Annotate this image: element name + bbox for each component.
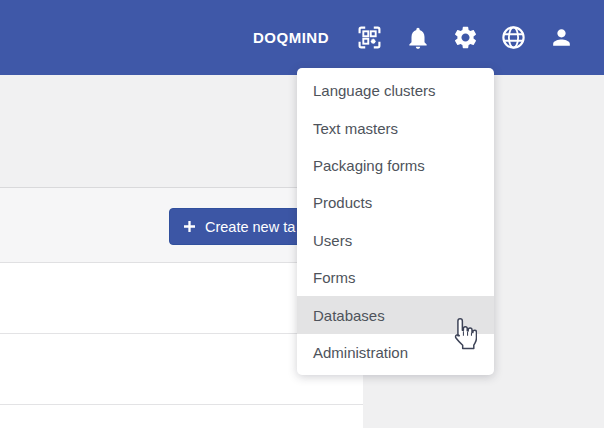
admin-dropdown-menu: Language clusters Text masters Packaging… bbox=[297, 68, 494, 375]
menu-item-databases[interactable]: Databases bbox=[297, 296, 494, 333]
table-row bbox=[0, 405, 363, 428]
top-nav-bar: DOQMIND bbox=[0, 0, 604, 75]
menu-item-users[interactable]: Users bbox=[297, 222, 494, 259]
settings-gear-icon[interactable] bbox=[452, 24, 479, 51]
menu-item-language-clusters[interactable]: Language clusters bbox=[297, 72, 494, 109]
notifications-bell-icon[interactable] bbox=[404, 24, 431, 51]
menu-item-administration[interactable]: Administration bbox=[297, 334, 494, 371]
create-new-button-label: Create new ta bbox=[205, 219, 295, 235]
user-account-icon[interactable] bbox=[548, 24, 575, 51]
brand-logo-text: DOQMIND bbox=[253, 29, 329, 46]
plus-icon bbox=[183, 220, 196, 233]
app-screen: DOQMIND bbox=[0, 0, 604, 428]
menu-item-products[interactable]: Products bbox=[297, 184, 494, 221]
language-globe-icon[interactable] bbox=[500, 24, 527, 51]
menu-item-packaging-forms[interactable]: Packaging forms bbox=[297, 147, 494, 184]
menu-item-forms[interactable]: Forms bbox=[297, 259, 494, 296]
qr-scan-icon[interactable] bbox=[356, 24, 383, 51]
menu-item-text-masters[interactable]: Text masters bbox=[297, 109, 494, 146]
